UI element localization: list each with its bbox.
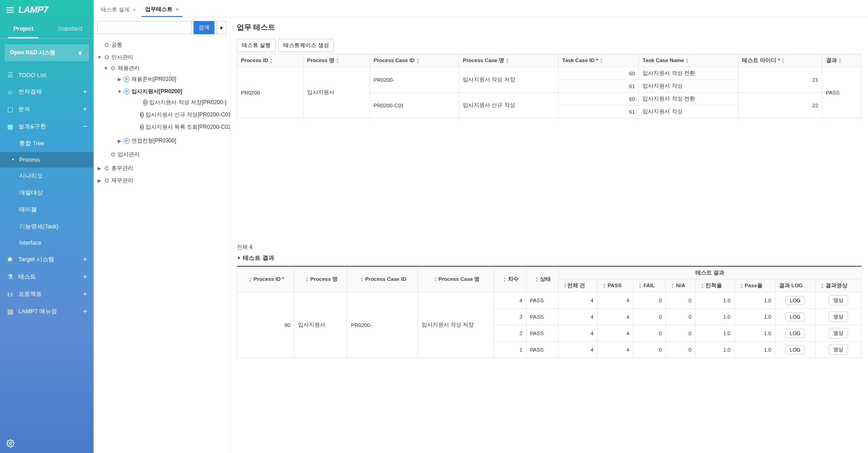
col-pid[interactable]: Process ID▲▼: [237, 54, 303, 67]
folder-icon: ⌬: [104, 54, 110, 60]
col-pass[interactable]: ▲▼ PASS: [597, 279, 633, 292]
folder-icon: ⌬: [104, 165, 110, 171]
pager: 전체 4: [237, 243, 862, 251]
col-na[interactable]: ▲▼ N/A: [666, 279, 695, 292]
col-status[interactable]: ▲▼ 상태: [526, 266, 558, 292]
nav-sub-scenario[interactable]: 시나리오: [0, 168, 94, 184]
nav-approval[interactable]: ☺전자결재+: [0, 83, 94, 100]
video-button[interactable]: 영상: [829, 344, 848, 355]
log-button[interactable]: LOG: [785, 329, 805, 338]
tabbar: 테스트 설계✕ 업무테스트✕: [94, 0, 868, 17]
tree-node-pr0200[interactable]: ▼P입사지원서[PR0200]: [117, 87, 226, 96]
tree-node-pr0300[interactable]: ▶P면접전형[PR0300]: [117, 136, 226, 146]
search-options-button[interactable]: ▾: [216, 21, 226, 34]
col-tcname[interactable]: Task Case Name▲▼: [639, 54, 738, 67]
log-button[interactable]: LOG: [785, 296, 805, 305]
tree-node-pr0200-1[interactable]: C입사지원서 작성 저장[PR0200-]: [138, 98, 226, 107]
table-row[interactable]: 80입사지원서PR0200-입사지원서 작성 저장4PASS44001.01.0…: [237, 292, 862, 309]
process-icon: P: [124, 76, 130, 82]
col-tid[interactable]: 테스트 아이디 *▲▼: [738, 54, 822, 67]
tree-node-pr0200-c01[interactable]: C입사지원서 신규 작성[PR0200-C01]: [138, 110, 226, 120]
nav-design[interactable]: ▦설계&구현−: [0, 118, 94, 135]
sort-icon: ▲▼: [360, 276, 364, 283]
close-icon[interactable]: ✕: [132, 7, 136, 12]
results-title[interactable]: 테스트 결과: [237, 254, 862, 262]
nav-analysis[interactable]: ▢분석+: [0, 100, 94, 118]
col-pcid[interactable]: ▲▼ Process Case ID: [347, 266, 418, 292]
video-button[interactable]: 영상: [829, 311, 848, 322]
col-total[interactable]: ▲▼전체 건: [558, 279, 597, 292]
col-log: 결과 LOG: [775, 279, 815, 292]
log-button[interactable]: LOG: [785, 345, 805, 354]
col-group-results: 테스트 결과: [558, 266, 861, 279]
close-icon[interactable]: ✕: [175, 7, 179, 12]
tree-node-account[interactable]: ▶⌬재무관리: [97, 176, 226, 185]
nav-sub-devtarget[interactable]: 개발대상: [0, 184, 94, 201]
col-result[interactable]: 결과▲▼: [822, 54, 861, 67]
col-pid[interactable]: ▲▼ Process ID *: [237, 266, 294, 292]
project-select[interactable]: Open R&D 시스템 ▾: [5, 44, 89, 61]
tree-node-pr0100[interactable]: ▶P채용준비[PR0100]: [117, 74, 226, 84]
svg-point-0: [10, 442, 12, 445]
col-pcid[interactable]: Process Case ID▲▼: [370, 54, 459, 67]
settings-button[interactable]: [6, 439, 15, 448]
col-fail[interactable]: ▲▼ FAIL: [633, 279, 665, 292]
case-icon: C: [143, 100, 147, 105]
tree-node-pr0200-c02[interactable]: C입사지원서 목록 조회[PR0200-C02]: [138, 122, 226, 132]
tab-work-test[interactable]: 업무테스트✕: [141, 3, 183, 17]
folder-icon: ⌬: [110, 152, 116, 158]
sort-icon: ▲▼: [564, 283, 567, 289]
clipboard-icon: ▢: [6, 105, 14, 113]
video-button[interactable]: 영상: [829, 328, 848, 338]
nav-sub-process[interactable]: Process: [0, 152, 94, 168]
col-progress[interactable]: ▲▼ 진척율: [695, 279, 735, 292]
tree-node-recruit[interactable]: ▼⌬채용관리: [104, 63, 226, 73]
nav-sub-task[interactable]: 기능명세(Task): [0, 218, 94, 235]
nav-project[interactable]: ⫾⫾프로젝트+: [0, 285, 94, 303]
sort-icon: ▲▼: [305, 276, 309, 283]
log-button[interactable]: LOG: [785, 312, 805, 321]
col-pname[interactable]: ▲▼ Process 명: [294, 266, 347, 292]
logo: LAMP7: [18, 5, 48, 15]
tree: ⌬공통 ▼⌬인사관리 ▼⌬채용관리 ▶P채용준비[PR0100] ▼P입사지원서…: [97, 39, 226, 187]
col-pcname[interactable]: Process Case 명▲▼: [459, 54, 559, 67]
tab-test-design[interactable]: 테스트 설계✕: [97, 3, 140, 17]
gen-testcase-button[interactable]: 테스트케이스 생성: [278, 39, 334, 52]
sort-icon: ▲▼: [685, 58, 689, 64]
process-icon: P: [124, 138, 130, 144]
run-test-button[interactable]: 테스트 실행: [237, 39, 276, 52]
tab-project[interactable]: Project: [0, 20, 47, 38]
content: 업무 테스트 테스트 실행 테스트케이스 생성 Process ID▲▼ Pro…: [230, 17, 868, 453]
nav-manual[interactable]: ▤LAMP7 매뉴얼+: [0, 303, 94, 320]
tree-node-finance[interactable]: ▶⌬총무관리: [97, 163, 226, 173]
nav-sub-tree[interactable]: 통합 Tree: [0, 135, 94, 152]
book-icon: ▤: [6, 308, 14, 315]
col-passrate[interactable]: ▲▼ Pass율: [734, 279, 775, 292]
search-button[interactable]: 검색: [193, 21, 214, 34]
plus-icon: +: [83, 88, 87, 96]
flask-icon: ⚗: [6, 273, 14, 280]
tree-panel: 검색 ▾ ⌬공통 ▼⌬인사관리 ▼⌬채용관리 ▶P채용준비[PR0100] ▼P…: [94, 17, 230, 453]
col-pcname[interactable]: ▲▼ Process Case 명: [418, 266, 494, 292]
col-round[interactable]: ▲▼ 차수: [494, 266, 526, 292]
project-select-label: Open R&D 시스템: [10, 49, 55, 57]
nav-test[interactable]: ⚗테스트+: [0, 268, 94, 285]
nav-sub-interface[interactable]: Interface: [0, 235, 94, 251]
nav-todo[interactable]: ☰TODO List: [0, 67, 94, 83]
tab-standard[interactable]: Standard: [47, 20, 94, 38]
search-input[interactable]: [97, 21, 192, 34]
col-tcid[interactable]: Task Case ID *▲▼: [559, 54, 639, 67]
sort-icon: ▲▼: [821, 283, 824, 289]
nav-sub-table[interactable]: 테이블: [0, 201, 94, 218]
col-pname[interactable]: Process 명▲▼: [303, 54, 370, 67]
list-icon: ☰: [6, 71, 14, 79]
tree-node-hr[interactable]: ▼⌬인사관리: [97, 53, 226, 62]
col-video[interactable]: ▲▼ 결과영상: [816, 279, 862, 292]
table-row[interactable]: PR0200 입사지원서 PR0200- 입사지원서 작성 저장 60 입사지원…: [237, 67, 862, 80]
video-button[interactable]: 영상: [829, 295, 848, 306]
tree-node-insa[interactable]: ⌬입사관리: [104, 150, 226, 159]
menu-toggle[interactable]: [6, 7, 14, 13]
sort-icon: ▲▼: [248, 276, 252, 283]
nav-target[interactable]: ✱Target 시스템+: [0, 251, 94, 268]
tree-node-common[interactable]: ⌬공통: [97, 40, 226, 50]
